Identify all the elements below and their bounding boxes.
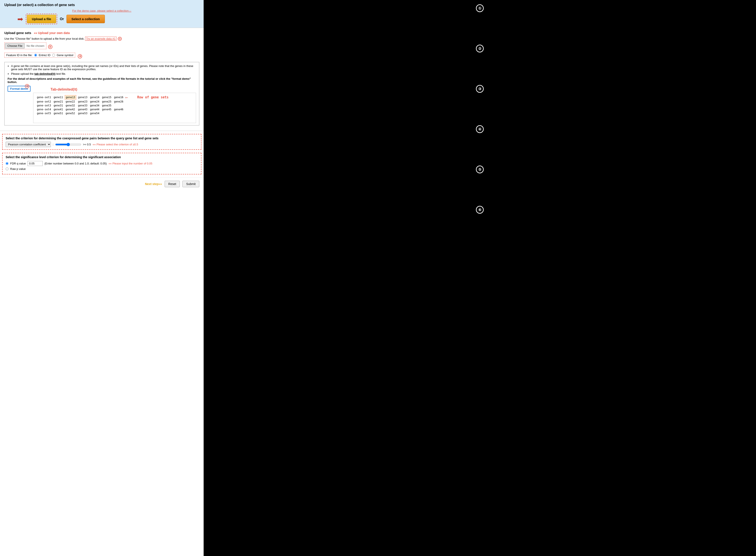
entrez-id-label[interactable]: Entrez ID (39, 54, 50, 57)
reset-button[interactable]: Reset (165, 181, 180, 187)
feature-id-label: Feature ID in the file: (6, 54, 33, 57)
info-list: A gene set file contains at least one ge… (8, 64, 196, 75)
criterion-warning: «« Please select the criterion of ≥0.5 (93, 143, 138, 146)
gene-table: gene-set1 gene11 gene13 gene13 gene14 ge… (35, 95, 170, 115)
correlation-slider[interactable] (55, 143, 81, 146)
sidebar-number-3: ③ (476, 85, 484, 93)
criterion-section: Select the criterion for determining the… (2, 134, 202, 150)
file-input-row: Choose File No file chosen (4, 42, 46, 49)
gene-symbol-radio[interactable] (52, 54, 55, 57)
tab-label-row: Tab-delimited(\t) ↓ (33, 88, 196, 93)
upload-btn-wrapper: Upload a file (26, 14, 57, 24)
or-text: Or (60, 17, 64, 21)
gene-row-1: gene-set1 gene11 gene13 gene13 gene14 ge… (36, 95, 169, 100)
top-section: Upload (or select) a collection of gene … (0, 0, 204, 28)
criterion-title: Select the criterion for determining the… (6, 137, 198, 140)
row-of-gene-sets-label: Row of gene sets (132, 95, 169, 99)
choose-file-button[interactable]: Choose File (5, 43, 25, 48)
demo-area-wrapper: Tab-delimited(\t) ↓ gene-set1 gene11 gen… (33, 88, 196, 123)
gene-symbol-label[interactable]: Gene symbol (57, 54, 73, 57)
info-item-2: Please upload the tab-delimited(\t) text… (11, 72, 196, 75)
sidebar-number-5: ⑤ (476, 166, 484, 173)
fdr-label[interactable]: FDR q value (10, 162, 26, 165)
gene-row-3: gene-set3 gene31 gene32 gene33 gene34 ge… (36, 104, 169, 107)
fdr-desc: (Enter number between 0.0 and 1.0; defau… (44, 162, 107, 165)
criterion-select[interactable]: Pearson correlation coefficient (6, 142, 51, 147)
demo-table: gene-set1 gene11 gene13 gene13 gene14 ge… (33, 93, 196, 123)
sidebar-number-4: ④ (476, 125, 484, 133)
bottom-bar: Next step»» Reset Submit (0, 177, 204, 190)
main-content: Upload (or select) a collection of gene … (0, 0, 204, 556)
demo-note: For the demo case, please select a colle… (4, 9, 199, 12)
info-item-3: For the detail of descriptions and examp… (8, 77, 196, 84)
sidebar-number-2: ② (476, 45, 484, 53)
upload-file-button[interactable]: Upload a file (27, 15, 56, 23)
raw-p-row: Raw p value (6, 167, 198, 171)
right-sidebar: ① ② ③ ④ ⑤ ⑥ (204, 0, 756, 556)
raw-p-label[interactable]: Raw p value (10, 167, 26, 171)
threshold-text: >= 0.5 (83, 143, 91, 146)
red-arrow-icon: ➡ (17, 15, 23, 23)
info-box: A gene set file contains at least one ge… (4, 62, 199, 126)
fdr-radio[interactable] (6, 162, 8, 165)
significance-section: Select the significance level criterion … (2, 153, 202, 174)
entrez-id-radio[interactable] (34, 54, 37, 57)
feature-id-row: Feature ID in the file: Entrez ID Gene s… (4, 53, 75, 58)
sidebar-number-1: ① (476, 4, 484, 12)
submit-button[interactable]: Submit (182, 181, 199, 187)
tab-delimited-label: Tab-delimited(\t) (50, 88, 77, 92)
upload-section: Upload gene sets «« Upload your own data… (0, 28, 204, 131)
badge-3: ③ (78, 54, 82, 59)
fdr-warning: «« Please input the number of 0.05 (109, 162, 152, 165)
page-title: Upload (or select) a collection of gene … (4, 3, 199, 7)
upload-own-data-link[interactable]: «« Upload your own data (34, 31, 70, 35)
gene-row-2: gene-set2 gene21 gene22 gene23 gene24 ge… (36, 100, 169, 103)
info-item-1: A gene set file contains at least one ge… (11, 64, 196, 71)
sidebar-number-6: ⑥ (476, 206, 484, 214)
next-step-link[interactable]: Next step»» (145, 182, 162, 186)
format-demo-area: Format demo ④ Tab-delimited(\t) ↓ gene-s… (8, 86, 196, 123)
select-collection-button[interactable]: Select a collection (67, 15, 105, 23)
significance-title: Select the significance level criterion … (6, 155, 198, 159)
gene-row-5: gene-set5 gene51 gene52 gene53 gene54 (36, 112, 169, 115)
row-arrow-icon: ⇦ (125, 95, 128, 100)
highlighted-cell: gene13 (65, 95, 76, 100)
badge-4: ④ (25, 84, 29, 89)
fdr-row: FDR q value 0.05 (Enter number between 0… (6, 161, 198, 166)
instruction-text: Use the "Choose file" button to upload a… (4, 37, 199, 41)
badge-2: ② (48, 45, 52, 49)
file-input-section: Choose File No file chosen ② (4, 42, 199, 51)
criterion-row: Pearson correlation coefficient : >= 0.5… (6, 142, 198, 147)
fdr-input[interactable]: 0.05 (28, 161, 43, 166)
button-row: ➡ Upload a file Or Select a collection (4, 14, 199, 24)
example-data-link[interactable]: Try an example data #1 (85, 37, 116, 41)
gene-row-4: gene-set4 gene41 gene42 gene43 gene44 ge… (36, 108, 169, 111)
feature-id-section: Feature ID in the file: Entrez ID Gene s… (4, 53, 199, 60)
raw-p-radio[interactable] (6, 168, 8, 170)
badge-1: ① (118, 37, 122, 41)
upload-section-title: Upload gene sets «« Upload your own data (4, 31, 199, 35)
no-file-text: No file chosen (25, 44, 45, 47)
